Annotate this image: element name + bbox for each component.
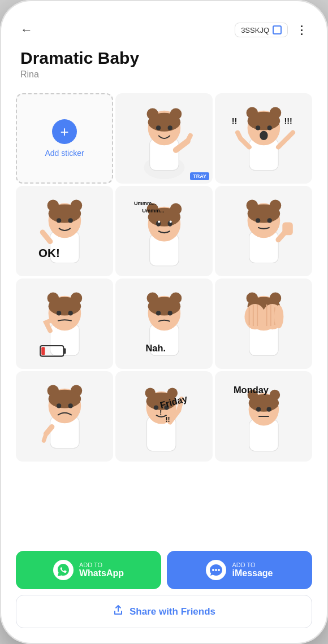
sticker-ok[interactable]: OK! (16, 186, 113, 276)
svg-rect-44 (282, 223, 293, 236)
svg-point-83 (68, 403, 72, 408)
bottom-actions: ADD TO WhatsApp ADD TO iM (7, 544, 321, 637)
svg-point-107 (218, 569, 220, 571)
back-button[interactable]: ← (20, 23, 33, 37)
sticker-stop-svg (220, 190, 308, 272)
svg-rect-54 (41, 347, 45, 355)
sticker-friday[interactable]: Friday ! !! (115, 371, 213, 462)
svg-point-15 (260, 131, 267, 140)
svg-point-82 (57, 403, 61, 408)
sticker-nah[interactable]: Nah. (115, 279, 213, 369)
svg-text:Ummm...: Ummm... (142, 208, 164, 214)
whatsapp-icon (53, 560, 74, 580)
sticker-monday[interactable]: Monday (215, 371, 312, 462)
sticker-ummm[interactable]: Ummm... Ummm... (115, 186, 213, 276)
sticker-thumbs-down-svg (21, 376, 109, 457)
add-sticker-cell[interactable]: + Add sticker (16, 93, 113, 184)
sticker-thumbs-down[interactable] (16, 371, 113, 462)
header-right: 3SSKJQ ⋮ (235, 23, 308, 37)
sticker-exclaim-svg: !! !!! (220, 98, 308, 179)
imessage-top-label: ADD TO (232, 562, 273, 568)
imessage-btn-text: ADD TO iMessage (232, 562, 273, 578)
svg-rect-53 (63, 348, 66, 354)
svg-text:!!!: !!! (284, 116, 292, 125)
svg-point-42 (256, 218, 260, 223)
svg-text:Nah.: Nah. (145, 343, 166, 353)
svg-point-106 (215, 569, 217, 571)
svg-point-89 (153, 405, 158, 410)
svg-point-81 (48, 390, 81, 408)
sticker-friday-svg: Friday ! !! (120, 376, 208, 457)
svg-point-49 (48, 297, 81, 316)
svg-point-7 (167, 125, 172, 130)
pack-title: Dramatic Baby (20, 49, 308, 67)
svg-point-12 (247, 112, 280, 130)
svg-point-43 (267, 218, 271, 223)
sticker-thumbs-up[interactable]: TRAY (115, 93, 213, 184)
sticker-thumbs-up-svg (120, 98, 208, 179)
svg-point-14 (267, 125, 271, 130)
svg-point-22 (48, 204, 81, 223)
svg-point-6 (156, 125, 161, 130)
share-button[interactable]: Share with Friends (16, 595, 312, 628)
imessage-icon (206, 560, 226, 580)
phone-frame: ← 3SSKJQ ⋮ Dramatic Baby Rina + Add stic… (0, 0, 328, 644)
sticker-ok-svg: OK! (21, 190, 109, 272)
whatsapp-btn-text: ADD TO WhatsApp (79, 562, 124, 578)
svg-point-98 (248, 394, 278, 412)
svg-text:!!: !! (231, 116, 237, 125)
sticker-nah-svg: Nah. (120, 283, 208, 364)
code-text: 3SSKJQ (241, 26, 269, 34)
action-buttons: ADD TO WhatsApp ADD TO iM (16, 551, 312, 589)
svg-text:!!: !! (165, 416, 170, 424)
tray-badge: TRAY (190, 172, 209, 180)
svg-point-76 (274, 305, 283, 328)
sticker-monday-svg: Monday (220, 376, 308, 457)
svg-point-13 (256, 125, 260, 130)
whatsapp-main-label: WhatsApp (79, 568, 124, 578)
svg-point-105 (212, 569, 214, 571)
share-label: Share with Friends (130, 606, 215, 617)
svg-point-59 (148, 297, 180, 316)
svg-point-100 (266, 407, 271, 412)
sticker-exclaim[interactable]: !! !!! (215, 93, 312, 184)
copy-icon (273, 25, 282, 34)
sticker-stop[interactable] (215, 186, 312, 276)
sticker-ummm-svg: Ummm... Ummm... (120, 190, 208, 272)
sticker-battery-svg (21, 283, 109, 364)
svg-point-60 (156, 311, 161, 315)
sticker-hide[interactable] (215, 279, 312, 369)
svg-point-51 (68, 311, 72, 315)
sticker-battery[interactable] (16, 279, 113, 369)
add-sticker-plus-icon: + (52, 119, 77, 144)
add-to-whatsapp-button[interactable]: ADD TO WhatsApp (16, 551, 161, 589)
add-to-imessage-button[interactable]: ADD TO iMessage (167, 551, 312, 589)
whatsapp-top-label: ADD TO (79, 562, 124, 568)
svg-point-23 (57, 218, 61, 223)
svg-text:!: ! (159, 409, 162, 417)
add-sticker-label: Add sticker (45, 149, 84, 158)
svg-point-41 (247, 204, 280, 223)
imessage-main-label: iMessage (232, 568, 273, 578)
code-badge: 3SSKJQ (235, 23, 288, 37)
sticker-hide-svg (220, 283, 308, 364)
svg-point-99 (256, 407, 261, 412)
svg-point-24 (68, 218, 72, 223)
svg-point-61 (167, 311, 172, 315)
sticker-grid: + Add sticker (7, 89, 321, 544)
svg-text:OK!: OK! (38, 246, 60, 259)
pack-author: Rina (20, 69, 308, 80)
svg-point-34 (169, 220, 171, 223)
svg-point-32 (158, 220, 160, 223)
svg-point-5 (148, 113, 180, 132)
header: ← 3SSKJQ ⋮ (7, 7, 321, 44)
screen: ← 3SSKJQ ⋮ Dramatic Baby Rina + Add stic… (7, 7, 321, 637)
title-section: Dramatic Baby Rina (7, 44, 321, 89)
more-button[interactable]: ⋮ (296, 23, 308, 37)
svg-text:Ummm...: Ummm... (134, 201, 156, 206)
svg-text:Monday: Monday (234, 385, 269, 395)
svg-point-50 (57, 311, 61, 315)
share-icon (113, 604, 124, 619)
